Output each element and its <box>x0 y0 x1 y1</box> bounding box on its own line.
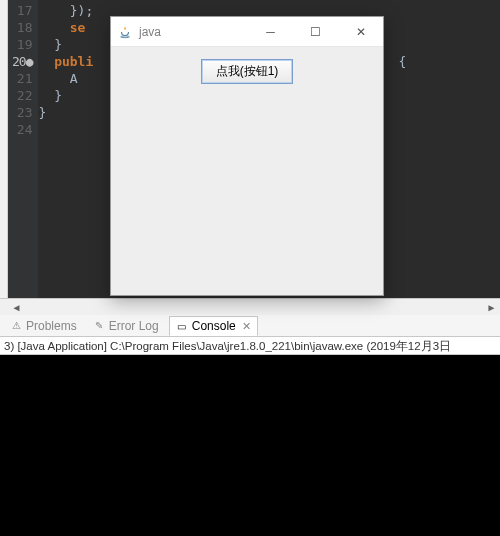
close-icon[interactable]: ✕ <box>242 320 251 333</box>
click-me-button[interactable]: 点我(按钮1) <box>201 59 294 84</box>
line-number: 19 <box>12 36 32 53</box>
line-gutter: 17181920●21222324 <box>8 0 38 298</box>
problems-icon: ⚠ <box>10 320 22 332</box>
line-number: 22 <box>12 87 32 104</box>
close-button[interactable]: ✕ <box>338 17 383 47</box>
java-window-content: 点我(按钮1) <box>111 47 383 295</box>
line-number: 23 <box>12 104 32 121</box>
minimize-button[interactable]: ─ <box>248 17 293 47</box>
java-window: java ─ ☐ ✕ 点我(按钮1) <box>110 16 384 296</box>
console-icon: ▭ <box>176 320 188 332</box>
java-window-title: java <box>139 25 248 39</box>
java-titlebar[interactable]: java ─ ☐ ✕ <box>111 17 383 47</box>
tab-console[interactable]: ▭ Console ✕ <box>169 316 258 336</box>
line-number: 18 <box>12 19 32 36</box>
tab-problems-label: Problems <box>26 319 77 333</box>
scroll-right-icon[interactable]: ► <box>483 299 500 316</box>
tab-console-label: Console <box>192 319 236 333</box>
tab-error-log[interactable]: ✎ Error Log <box>87 317 165 335</box>
editor-ruler <box>0 0 8 298</box>
console-process-info: 3) [Java Application] C:\Program Files\J… <box>0 337 500 355</box>
line-number: 20● <box>12 53 32 70</box>
tab-errorlog-label: Error Log <box>109 319 159 333</box>
line-number: 21 <box>12 70 32 87</box>
editor-hscrollbar[interactable]: ◄ ► <box>0 298 500 315</box>
errorlog-icon: ✎ <box>93 320 105 332</box>
line-number: 17 <box>12 2 32 19</box>
java-cup-icon <box>117 24 133 40</box>
svg-point-0 <box>121 35 130 37</box>
line-number: 24 <box>12 121 32 138</box>
bottom-tabs: ⚠ Problems ✎ Error Log ▭ Console ✕ <box>0 315 500 337</box>
scroll-left-icon[interactable]: ◄ <box>8 299 25 316</box>
console-output[interactable] <box>0 355 500 536</box>
tab-problems[interactable]: ⚠ Problems <box>4 317 83 335</box>
maximize-button[interactable]: ☐ <box>293 17 338 47</box>
